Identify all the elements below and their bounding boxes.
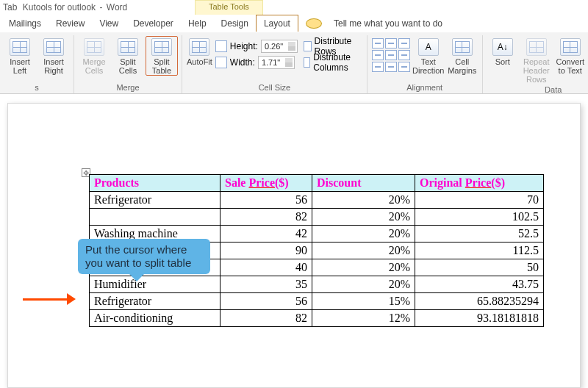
- table-cell[interactable]: 50: [415, 259, 544, 276]
- table-cell[interactable]: 15%: [312, 293, 415, 310]
- table-cell[interactable]: [90, 209, 220, 226]
- table-header-row: ProductsSale Price($)DiscountOriginal Pr…: [90, 175, 544, 192]
- insert-left-button[interactable]: Insert Left: [4, 37, 35, 75]
- merge-cells-icon: [84, 38, 104, 56]
- table-cell[interactable]: 20%: [312, 192, 415, 209]
- split-table-button[interactable]: Split Table: [146, 37, 177, 75]
- table-cell[interactable]: 43.75: [415, 276, 544, 293]
- align-tc[interactable]: [385, 38, 397, 48]
- table-cell[interactable]: 56: [220, 192, 312, 209]
- table-cell[interactable]: Humidifier: [90, 276, 220, 293]
- tell-me-placeholder: Tell me what you want to do: [326, 15, 450, 32]
- tab-view[interactable]: View: [92, 15, 126, 32]
- align-tr[interactable]: [398, 38, 410, 48]
- align-mr[interactable]: [398, 50, 410, 60]
- table-cell[interactable]: 70: [415, 192, 544, 209]
- insert-right-button[interactable]: Insert Right: [38, 37, 69, 75]
- align-mc[interactable]: [385, 50, 397, 60]
- ribbon-tab-bar: Mailings Review View Developer Help Desi…: [0, 15, 588, 32]
- table-cell[interactable]: Refrigerator: [90, 192, 220, 209]
- table-cell[interactable]: 52.5: [415, 226, 544, 242]
- table-row[interactable]: Refrigerator5620%70: [90, 192, 544, 209]
- tab-help[interactable]: Help: [181, 15, 214, 32]
- table-cell[interactable]: 20%: [312, 209, 415, 226]
- table-cell[interactable]: 102.5: [415, 209, 544, 226]
- tell-me-search[interactable]: Tell me what you want to do: [298, 12, 457, 35]
- table-header-cell: Discount: [312, 175, 415, 192]
- distribute-columns-button[interactable]: Distribute Columns: [301, 56, 362, 69]
- distribute-columns-icon: [304, 57, 310, 68]
- table-header-cell: Products: [90, 175, 220, 192]
- title-doc: Kutools for outlook: [23, 2, 96, 12]
- align-ml[interactable]: [372, 50, 384, 60]
- align-br[interactable]: [398, 62, 410, 72]
- table-cell[interactable]: 20%: [312, 276, 415, 293]
- autofit-icon: [189, 38, 209, 56]
- repeat-header-rows-button[interactable]: Repeat Header Rows: [521, 37, 552, 84]
- ribbon: Insert Left Insert Right s Merge Cells S…: [0, 32, 588, 94]
- group-label-data: Data: [487, 84, 588, 96]
- distribute-rows-button[interactable]: Distribute Rows: [301, 40, 362, 53]
- table-cell[interactable]: 65.88235294: [415, 293, 544, 310]
- table-cell[interactable]: Refrigerator: [90, 293, 220, 310]
- table-cell[interactable]: 90: [220, 242, 312, 259]
- tab-mailings[interactable]: Mailings: [1, 15, 49, 32]
- lightbulb-icon: [306, 18, 322, 29]
- align-tl[interactable]: [372, 38, 384, 48]
- convert-to-text-button[interactable]: Convert to Text: [555, 37, 586, 75]
- table-cell[interactable]: 20%: [312, 242, 415, 259]
- align-bl[interactable]: [372, 62, 384, 72]
- title-tab: Tab: [3, 2, 17, 12]
- table-cell[interactable]: 82: [220, 310, 312, 327]
- table-row[interactable]: Humidifier3520%43.75: [90, 276, 544, 293]
- instruction-callout: Put the cursor where you want to split t…: [78, 239, 210, 274]
- table-cell[interactable]: Air-conditioning: [90, 310, 220, 327]
- cell-margins-icon: [452, 38, 473, 56]
- table-cell[interactable]: 56: [220, 293, 312, 310]
- repeat-header-icon: [526, 38, 547, 56]
- table-cell[interactable]: 12%: [312, 310, 415, 327]
- table-header-cell: Sale Price($): [220, 175, 312, 192]
- sort-button[interactable]: A↓ Sort: [487, 37, 518, 66]
- tab-layout[interactable]: Layout: [256, 15, 298, 32]
- table-row[interactable]: Refrigerator5615%65.88235294: [90, 293, 544, 310]
- tab-design[interactable]: Design: [214, 15, 256, 32]
- table-cell[interactable]: 20%: [312, 259, 415, 276]
- tab-developer[interactable]: Developer: [126, 15, 181, 32]
- merge-cells-button[interactable]: Merge Cells: [79, 37, 110, 75]
- tab-review[interactable]: Review: [49, 15, 92, 32]
- split-table-icon: [151, 38, 172, 56]
- red-arrow-annotation: [23, 293, 76, 305]
- table-cell[interactable]: 42: [220, 226, 312, 242]
- group-label-cellsize: Cell Size: [187, 82, 362, 93]
- height-icon: [215, 40, 227, 52]
- table-cell[interactable]: 93.18181818: [415, 310, 544, 327]
- width-input[interactable]: 1.71": [258, 56, 295, 69]
- table-header-cell: Original Price($): [415, 175, 544, 192]
- align-bc[interactable]: [385, 62, 397, 72]
- document-page[interactable]: ✥ ProductsSale Price($)DiscountOriginal …: [7, 103, 581, 388]
- text-direction-button[interactable]: A Text Direction: [413, 37, 444, 75]
- insert-right-icon: [43, 38, 64, 56]
- table-cell[interactable]: 35: [220, 276, 312, 293]
- table-cell[interactable]: 112.5: [415, 242, 544, 259]
- table-row[interactable]: 8220%102.5: [90, 209, 544, 226]
- autofit-button[interactable]: AutoFit: [187, 37, 212, 66]
- convert-to-text-icon: [560, 38, 581, 56]
- insert-left-icon: [10, 38, 30, 56]
- table-cell[interactable]: 20%: [312, 226, 415, 242]
- table-row[interactable]: Air-conditioning8212%93.18181818: [90, 310, 544, 327]
- cell-margins-button[interactable]: Cell Margins: [447, 37, 478, 75]
- split-cells-button[interactable]: Split Cells: [112, 37, 143, 75]
- width-label: Width:: [230, 57, 255, 68]
- title-bar: Tab Kutools for outlook - Word: [0, 0, 588, 15]
- distribute-rows-icon: [304, 41, 312, 51]
- height-input[interactable]: 0.26": [261, 40, 298, 53]
- width-icon: [215, 57, 227, 68]
- group-label-rowscols: s: [4, 82, 69, 93]
- table-cell[interactable]: 40: [220, 259, 312, 276]
- split-cells-icon: [118, 38, 138, 56]
- group-label-alignment: Alignment: [372, 82, 478, 93]
- table-cell[interactable]: 82: [220, 209, 312, 226]
- table-tools-contextual-tab: Table Tools: [195, 0, 263, 15]
